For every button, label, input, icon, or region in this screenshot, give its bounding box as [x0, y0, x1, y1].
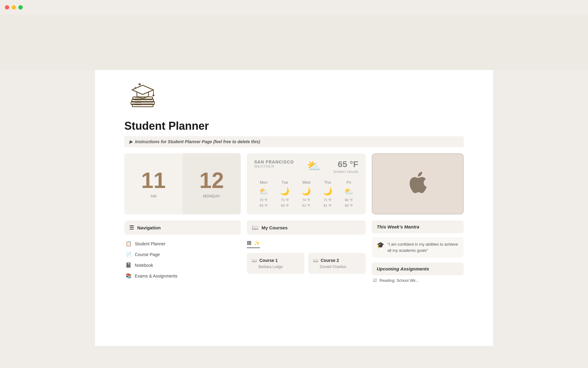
courses-grid: 📖 Course 1 Barbara Lodge 📖 Course 2 Dona…	[247, 253, 366, 274]
weather-location: SAN FRANCISCO WEATHER	[254, 159, 294, 169]
nav-item-label: Exams & Assignments	[135, 274, 177, 278]
assignment-icon: ☑	[373, 278, 377, 283]
clock-minute-panel: 12 MONDAY	[183, 153, 241, 214]
sparkle-icon: ✨	[254, 240, 260, 246]
nav-item-label: Course Page	[135, 252, 160, 257]
apple-logo-icon	[409, 171, 427, 197]
exams-icon: 📚	[126, 273, 132, 279]
navigation-icon: ☰	[129, 224, 134, 231]
weather-days: Mon ⛅ 70 °F63 °F Tue 🌙 71 °F63 °F Wed 🌙 …	[254, 180, 358, 208]
course-page-icon: 📄	[126, 251, 132, 257]
course-1-name: Course 1	[259, 258, 278, 263]
titlebar	[0, 0, 588, 15]
assignments-header: Upcoming Assignments	[372, 263, 464, 275]
graduation-icon	[124, 76, 161, 113]
clock-day-label: MONDAY	[203, 194, 220, 198]
close-button[interactable]	[5, 5, 9, 10]
course-card-1[interactable]: 📖 Course 1 Barbara Lodge	[247, 253, 304, 274]
weather-day-icon: ⛅	[339, 187, 358, 196]
weather-day-name: Fri	[339, 180, 358, 185]
weather-day-wed: Wed 🌙 74 °F61 °F	[297, 180, 316, 208]
mantra-section: This Week's Mantra 🎓 "I am confident in …	[372, 220, 464, 258]
logo-area	[124, 70, 464, 117]
weather-temp-main: 65 °F broken clouds	[334, 159, 358, 174]
navigation-list: 📋 Student Planner 📄 Course Page 📓 Notebo…	[124, 238, 241, 281]
mantra-body: 🎓 "I am confident in my abilities to ach…	[372, 237, 464, 258]
mantra-title: This Week's Mantra	[377, 224, 419, 229]
right-column: This Week's Mantra 🎓 "I am confident in …	[372, 220, 464, 285]
weather-day-icon: 🌙	[297, 187, 316, 196]
assignment-label: Reading: School Wk...	[379, 278, 419, 283]
weather-day-name: Tue	[276, 180, 295, 185]
nav-item-label: Notebook	[135, 263, 153, 268]
weather-current-temp: 65 °F	[334, 159, 358, 169]
course-1-header: 📖 Course 1	[252, 258, 300, 263]
course-1-instructor: Barbara Lodge	[252, 265, 300, 269]
weather-day-temps: 66 °F60 °F	[339, 197, 358, 208]
clock-minute-value: 12	[199, 169, 224, 191]
minimize-button[interactable]	[12, 5, 16, 10]
weather-city: SAN FRANCISCO	[254, 159, 294, 164]
courses-tabs: ⊞ ✨	[247, 240, 260, 248]
nav-item-course-page[interactable]: 📄 Course Page	[124, 249, 241, 260]
course-2-header: 📖 Course 2	[313, 258, 361, 263]
clock-period-label: AM	[150, 194, 156, 198]
course-1-icon: 📖	[252, 258, 257, 263]
nav-item-student-planner[interactable]: 📋 Student Planner	[124, 238, 241, 249]
weather-day-temps: 71 °F61 °F	[318, 197, 337, 208]
weather-day-temps: 71 °F63 °F	[276, 197, 295, 208]
mac-widget	[372, 153, 464, 214]
student-planner-icon: 📋	[126, 241, 132, 247]
second-grid: ☰ Navigation 📋 Student Planner 📄 Course …	[124, 220, 464, 285]
svg-marker-8	[132, 85, 153, 94]
course-card-2[interactable]: 📖 Course 2 Donald Charlton	[308, 253, 366, 274]
weather-day-temps: 70 °F63 °F	[254, 197, 273, 208]
courses-title: My Courses	[262, 225, 288, 230]
instructions-text: Instructions for Student Planner Page (f…	[135, 139, 260, 144]
grid-icon[interactable]: ⊞	[247, 240, 251, 246]
notebook-icon: 📓	[126, 262, 132, 268]
weather-day-mon: Mon ⛅ 70 °F63 °F	[254, 180, 273, 208]
weather-day-fri: Fri ⛅ 66 °F60 °F	[339, 180, 358, 208]
page-title: Student Planner	[124, 120, 464, 132]
instructions-bar[interactable]: ▶ Instructions for Student Planner Page …	[124, 136, 464, 147]
course-2-icon: 📖	[313, 258, 318, 263]
weather-day-name: Mon	[254, 180, 273, 185]
weather-day-temps: 74 °F61 °F	[297, 197, 316, 208]
clock-hour-value: 11	[141, 169, 166, 191]
course-2-instructor: Donald Charlton	[313, 265, 361, 269]
mantra-text: "I am confident in my abilities to achie…	[387, 241, 459, 253]
weather-day-name: Wed	[297, 180, 316, 185]
courses-header: 📖 My Courses	[247, 220, 366, 235]
weather-day-thu: Thu 🌙 71 °F61 °F	[318, 180, 337, 208]
weather-top: SAN FRANCISCO WEATHER ⛅ 65 °F broken clo…	[254, 159, 358, 174]
weather-day-icon: 🌙	[276, 187, 295, 196]
weather-description: broken clouds	[334, 169, 358, 174]
nav-item-label: Student Planner	[135, 241, 165, 246]
assignment-item-1[interactable]: ☑ Reading: School Wk...	[372, 275, 464, 285]
navigation-header: ☰ Navigation	[124, 220, 241, 235]
assignments-title: Upcoming Assignments	[377, 266, 429, 271]
course-2-name: Course 2	[321, 258, 339, 263]
weather-day-icon: 🌙	[318, 187, 337, 196]
weather-main-icon: ⛅	[307, 159, 321, 172]
svg-point-10	[153, 94, 154, 96]
header-banner	[0, 15, 588, 70]
clock-widget: 11 AM 12 MONDAY	[124, 153, 241, 214]
assignments-section: Upcoming Assignments ☑ Reading: School W…	[372, 263, 464, 285]
mantra-icon: 🎓	[377, 241, 384, 249]
mantra-header: This Week's Mantra	[372, 220, 464, 233]
weather-day-icon: ⛅	[254, 187, 273, 196]
nav-item-exams[interactable]: 📚 Exams & Assignments	[124, 270, 241, 281]
nav-item-notebook[interactable]: 📓 Notebook	[124, 260, 241, 270]
page-content: Student Planner ▶ Instructions for Stude…	[95, 70, 493, 346]
weather-day-tue: Tue 🌙 71 °F63 °F	[276, 180, 295, 208]
maximize-button[interactable]	[18, 5, 23, 10]
instructions-arrow: ▶	[129, 139, 133, 144]
navigation-title: Navigation	[137, 225, 161, 230]
navigation-widget: ☰ Navigation 📋 Student Planner 📄 Course …	[124, 220, 241, 285]
weather-day-name: Thu	[318, 180, 337, 185]
clock-hour-panel: 11 AM	[124, 153, 183, 214]
weather-widget: SAN FRANCISCO WEATHER ⛅ 65 °F broken clo…	[247, 153, 366, 214]
main-grid: 11 AM 12 MONDAY SAN FRANCISCO WEATHER ⛅ …	[124, 153, 464, 214]
